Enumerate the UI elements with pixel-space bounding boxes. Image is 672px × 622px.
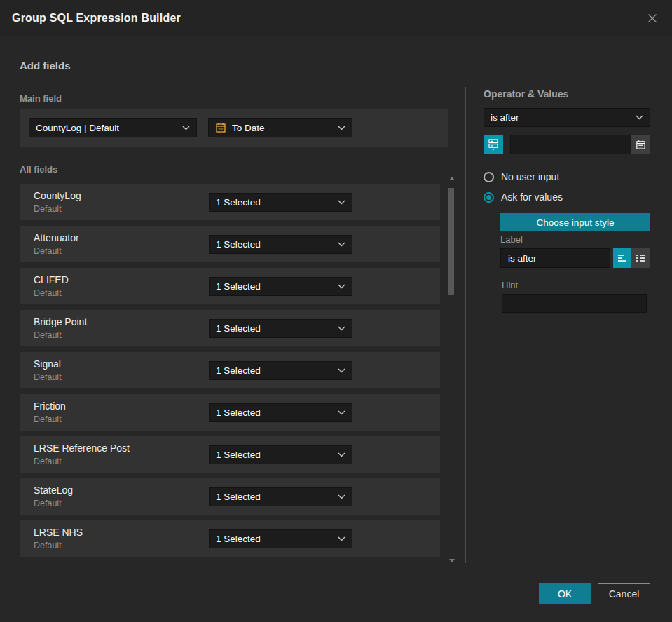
list-style-button[interactable]: [631, 248, 650, 268]
date-type-select-value: To Date: [232, 123, 265, 133]
list-scrollbar[interactable]: [446, 175, 456, 564]
ok-button[interactable]: OK: [539, 583, 591, 604]
value-input[interactable]: [510, 135, 631, 154]
field-name: Friction: [34, 400, 66, 412]
field-name: CountyLog: [34, 190, 81, 201]
chevron-down-icon: [338, 242, 345, 247]
field-row: LRSE NHS Default 1 Selected: [20, 520, 440, 557]
field-type: Default: [34, 288, 62, 298]
field-type: Default: [34, 414, 62, 424]
field-row: Attenuator Default 1 Selected: [20, 226, 440, 262]
scroll-down-icon[interactable]: [449, 559, 455, 562]
field-type: Default: [34, 330, 62, 340]
chevron-down-icon: [182, 126, 190, 130]
operator-values-heading: Operator & Values: [484, 88, 568, 100]
calendar-icon: [215, 122, 226, 133]
title-bar: Group SQL Expression Builder: [0, 0, 672, 36]
field-selection-value: 1 Selected: [216, 449, 261, 460]
hint-field-label: Hint: [502, 280, 518, 290]
radio-ask-for-values[interactable]: Ask for values: [484, 191, 563, 203]
add-fields-heading: Add fields: [20, 60, 71, 72]
chevron-down-icon: [338, 326, 345, 331]
field-selection-select[interactable]: 1 Selected: [209, 529, 352, 548]
field-name: CLIFED: [34, 274, 69, 285]
label-field-label: Label: [500, 234, 523, 245]
field-selection-value: 1 Selected: [216, 239, 261, 250]
close-button[interactable]: [645, 11, 660, 26]
list-icon: [636, 254, 645, 262]
chevron-down-icon: [338, 536, 345, 541]
vertical-divider: [465, 87, 466, 563]
chevron-down-icon: [338, 284, 345, 289]
main-field-panel: CountyLog | Default To Date: [20, 109, 448, 147]
field-type: Default: [34, 246, 62, 256]
main-field-label: Main field: [20, 93, 62, 104]
field-row: LRSE Reference Post Default 1 Selected: [20, 436, 440, 473]
field-selection-select[interactable]: 1 Selected: [209, 403, 352, 422]
main-field-select-value: CountyLog | Default: [36, 123, 119, 133]
chevron-down-icon: [338, 126, 345, 130]
field-row: StateLog Default 1 Selected: [20, 478, 440, 515]
field-selection-value: 1 Selected: [216, 281, 261, 292]
scrollbar-thumb[interactable]: [448, 188, 454, 295]
field-selection-select[interactable]: 1 Selected: [209, 361, 352, 380]
radio-label: No user input: [501, 171, 559, 182]
dialog-title: Group SQL Expression Builder: [12, 12, 181, 25]
close-icon: [647, 13, 658, 24]
date-picker-button[interactable]: [631, 135, 650, 154]
scroll-up-icon[interactable]: [449, 177, 455, 180]
field-selection-value: 1 Selected: [216, 365, 261, 376]
field-selection-value: 1 Selected: [216, 492, 261, 502]
field-selection-value: 1 Selected: [216, 534, 261, 544]
field-selection-value: 1 Selected: [216, 197, 261, 208]
field-selection-value: 1 Selected: [216, 323, 261, 334]
field-row: CountyLog Default 1 Selected: [20, 184, 440, 220]
field-name: Bridge Point: [34, 316, 87, 327]
unique-values-button[interactable]: [484, 135, 503, 154]
field-row: Signal Default 1 Selected: [20, 352, 440, 388]
field-row: CLIFED Default 1 Selected: [20, 268, 440, 304]
chevron-down-icon: [338, 368, 345, 373]
field-type: Default: [34, 204, 62, 214]
radio-label: Ask for values: [501, 191, 563, 203]
chevron-down-icon: [338, 410, 345, 415]
stacked-values-icon: [488, 138, 499, 151]
radio-icon: [484, 172, 494, 182]
field-type: Default: [34, 372, 62, 382]
field-selection-select[interactable]: 1 Selected: [209, 277, 352, 296]
operator-select-value: is after: [491, 112, 519, 123]
field-selection-select[interactable]: 1 Selected: [209, 319, 352, 338]
field-name: LRSE NHS: [34, 527, 83, 538]
choose-input-style-button[interactable]: Choose input style: [500, 213, 650, 231]
field-type: Default: [34, 457, 62, 466]
chevron-down-icon: [636, 115, 643, 120]
main-field-select[interactable]: CountyLog | Default: [29, 118, 197, 137]
field-row: Friction Default 1 Selected: [20, 394, 440, 431]
operator-select[interactable]: is after: [484, 108, 650, 127]
field-selection-value: 1 Selected: [216, 407, 261, 418]
field-name: Signal: [34, 358, 61, 370]
field-name: LRSE Reference Post: [34, 442, 130, 454]
single-line-style-button[interactable]: [613, 248, 631, 268]
field-row: Bridge Point Default 1 Selected: [20, 310, 440, 346]
field-selection-select[interactable]: 1 Selected: [209, 487, 352, 506]
chevron-down-icon: [338, 200, 345, 205]
all-fields-label: All fields: [20, 164, 57, 175]
radio-checked-icon: [484, 192, 494, 203]
cancel-button[interactable]: Cancel: [598, 583, 650, 604]
field-type: Default: [34, 541, 62, 550]
label-input[interactable]: [500, 248, 610, 268]
align-left-icon: [617, 254, 627, 262]
chevron-down-icon: [338, 452, 345, 457]
chevron-down-icon: [338, 494, 345, 499]
calendar-icon: [636, 140, 646, 150]
field-type: Default: [34, 499, 62, 508]
date-type-select[interactable]: To Date: [208, 118, 352, 137]
field-selection-select[interactable]: 1 Selected: [209, 193, 352, 212]
radio-no-user-input[interactable]: No user input: [484, 171, 559, 182]
field-name: StateLog: [34, 485, 73, 496]
field-selection-select[interactable]: 1 Selected: [209, 445, 352, 464]
hint-input[interactable]: [502, 294, 647, 313]
field-selection-select[interactable]: 1 Selected: [209, 235, 352, 254]
field-name: Attenuator: [34, 232, 79, 243]
